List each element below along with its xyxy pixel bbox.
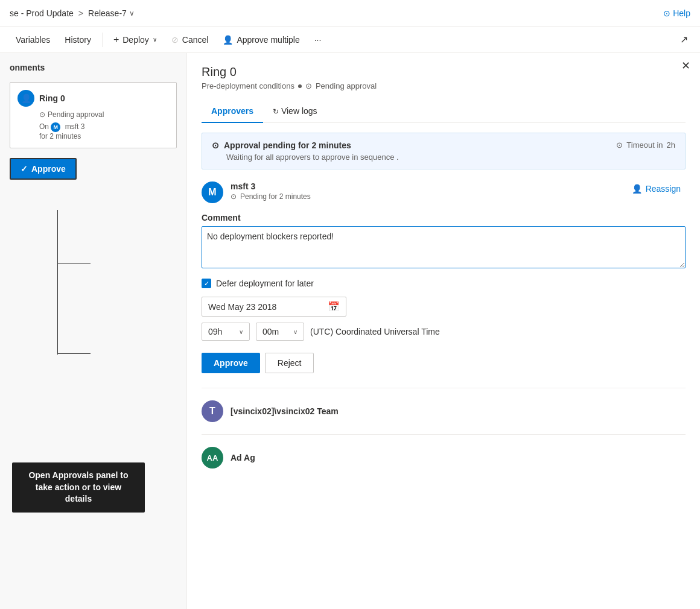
defer-checkbox[interactable]: ✓ bbox=[202, 279, 211, 288]
right-panel: ✕ Ring 0 Pre-deployment conditions ⊙ Pen… bbox=[187, 53, 700, 609]
approve-card-button[interactable]: ✓ Approve bbox=[10, 158, 77, 180]
comment-input[interactable]: No deployment blockers reported! bbox=[202, 226, 686, 268]
date-value: Wed May 23 2018 bbox=[208, 302, 276, 312]
approve-card-label: Approve bbox=[31, 164, 66, 174]
history-button[interactable]: History bbox=[59, 31, 97, 48]
connector-line-h bbox=[57, 263, 91, 263]
tooltip-box: Open Approvals panel to take action or t… bbox=[12, 462, 145, 513]
approver-avatar-aa: AA bbox=[202, 447, 223, 469]
approver2-name: [vsincix02]\vsincix02 Team bbox=[231, 406, 339, 416]
clock-icon: ⊙ bbox=[39, 110, 45, 119]
approve-label: Approve bbox=[214, 358, 248, 368]
msft-badge: M bbox=[51, 122, 60, 132]
timeout-label: Timeout in bbox=[626, 140, 663, 150]
cancel-label: Cancel bbox=[182, 35, 209, 45]
deploy-label: Deploy bbox=[122, 35, 149, 45]
approver-clock-icon: ⊙ bbox=[231, 192, 237, 201]
tab-approvers-label: Approvers bbox=[211, 106, 253, 116]
approve-button[interactable]: Approve bbox=[202, 353, 260, 373]
panel-content: Ring 0 Pre-deployment conditions ⊙ Pendi… bbox=[187, 53, 700, 493]
help-link[interactable]: ⊙ Help bbox=[663, 8, 690, 18]
expand-icon: ↗ bbox=[680, 34, 688, 45]
deploy-chevron-icon: ∨ bbox=[153, 36, 157, 43]
subtitle-dot bbox=[298, 84, 302, 88]
subtitle-pre: Pre-deployment conditions bbox=[202, 81, 294, 90]
deploy-button[interactable]: + Deploy ∨ bbox=[107, 31, 163, 49]
ring-meta-on: On bbox=[39, 122, 49, 131]
tab-view-logs[interactable]: ↻ View logs bbox=[263, 100, 327, 123]
reassign-label: Reassign bbox=[646, 184, 681, 194]
connector-line-h2 bbox=[57, 353, 91, 354]
approver-avatar-m: M bbox=[202, 181, 223, 203]
approver-row-3: AA Ad Ag bbox=[202, 447, 686, 469]
reject-label: Reject bbox=[278, 358, 302, 368]
calendar-icon[interactable]: 📅 bbox=[328, 301, 340, 312]
breadcrumb-sep: > bbox=[78, 8, 83, 18]
reassign-button[interactable]: 👤 Reassign bbox=[627, 181, 686, 196]
approver-avatar-t: T bbox=[202, 400, 223, 422]
avatar: 👤 bbox=[18, 90, 34, 107]
panel-tabs: Approvers ↻ View logs bbox=[202, 100, 686, 123]
toolbar-divider bbox=[102, 33, 103, 47]
top-bar: se - Prod Update > Release-7 ∨ ⊙ Help bbox=[0, 0, 700, 27]
tab-approvers[interactable]: Approvers bbox=[202, 100, 263, 123]
banner-main-text: Approval pending for 2 minutes bbox=[224, 140, 351, 150]
connector-line-v2 bbox=[57, 210, 58, 355]
close-button[interactable]: ✕ bbox=[681, 60, 690, 71]
timezone-text: (UTC) Coordinated Universal Time bbox=[310, 327, 440, 336]
ring-meta-time: for 2 minutes bbox=[39, 132, 81, 140]
tooltip-text: Open Approvals panel to take action or t… bbox=[28, 470, 128, 503]
chevron-down-icon[interactable]: ∨ bbox=[129, 9, 135, 17]
defer-checkbox-row[interactable]: ✓ Defer deployment for later bbox=[202, 279, 686, 288]
approve-multiple-button[interactable]: 👤 Approve multiple bbox=[217, 31, 305, 48]
banner-right: ⊙ Timeout in 2h bbox=[616, 140, 675, 150]
ring-card[interactable]: 👤 Ring 0 ⊙ Pending approval On M msft 3 … bbox=[10, 82, 177, 148]
expand-button[interactable]: ↗ bbox=[678, 31, 690, 48]
help-label: Help bbox=[673, 8, 690, 18]
hour-select[interactable]: 09h ∨ bbox=[202, 323, 250, 341]
approver-info: msft 3 ⊙ Pending for 2 minutes bbox=[231, 181, 620, 201]
reject-button[interactable]: Reject bbox=[265, 353, 314, 373]
action-buttons: Approve Reject bbox=[202, 353, 686, 373]
more-button[interactable]: ··· bbox=[308, 31, 328, 48]
breadcrumb: se - Prod Update > Release-7 ∨ bbox=[10, 8, 135, 18]
release-name: Release-7 bbox=[88, 8, 127, 18]
hour-value: 09h bbox=[208, 327, 237, 336]
person-reassign-icon: 👤 bbox=[632, 184, 642, 194]
approve-multiple-label: Approve multiple bbox=[237, 35, 299, 45]
ring-card-header: 👤 Ring 0 bbox=[18, 90, 169, 107]
ring-meta-user: msft 3 bbox=[65, 122, 85, 131]
person-icon: 👤 bbox=[223, 35, 233, 45]
info-banner: ⊙ Approval pending for 2 minutes Waiting… bbox=[202, 133, 686, 169]
approve-button-container: ✓ Approve bbox=[10, 158, 177, 180]
variables-label: Variables bbox=[16, 35, 50, 45]
date-field[interactable]: Wed May 23 2018 📅 bbox=[202, 297, 346, 317]
help-icon: ⊙ bbox=[663, 8, 670, 18]
timeout-clock-icon: ⊙ bbox=[616, 140, 623, 150]
ring-meta: On M msft 3 for 2 minutes bbox=[39, 122, 169, 140]
tab-view-logs-label: View logs bbox=[281, 106, 317, 116]
approver-status: ⊙ Pending for 2 minutes bbox=[231, 192, 620, 201]
ring-status: ⊙ Pending approval bbox=[39, 110, 169, 119]
breadcrumb-prefix: se - Prod Update bbox=[10, 8, 74, 18]
time-row: 09h ∨ 00m ∨ (UTC) Coordinated Universal … bbox=[202, 323, 686, 341]
plus-icon: + bbox=[113, 34, 119, 45]
approver-status-text: Pending for 2 minutes bbox=[240, 192, 311, 201]
approver-name: msft 3 bbox=[231, 181, 620, 191]
ring-name: Ring 0 bbox=[39, 93, 65, 103]
left-panel: onments 👤 Ring 0 ⊙ Pending approval On M… bbox=[0, 53, 187, 609]
panel-section-title: onments bbox=[10, 63, 177, 72]
cancel-icon: ⊘ bbox=[171, 35, 179, 45]
cancel-button[interactable]: ⊘ Cancel bbox=[165, 31, 215, 48]
banner-left: ⊙ Approval pending for 2 minutes Waiting… bbox=[212, 140, 399, 162]
comment-label: Comment bbox=[202, 213, 686, 222]
checkmark-icon: ✓ bbox=[21, 164, 28, 174]
section-divider-2 bbox=[202, 434, 686, 435]
approver-row-1: M msft 3 ⊙ Pending for 2 minutes 👤 Reass… bbox=[202, 181, 686, 203]
minute-select[interactable]: 00m ∨ bbox=[256, 323, 304, 341]
variables-button[interactable]: Variables bbox=[10, 31, 56, 48]
main-layout: onments 👤 Ring 0 ⊙ Pending approval On M… bbox=[0, 53, 700, 609]
approver-row-2: T [vsincix02]\vsincix02 Team bbox=[202, 400, 686, 422]
defer-label: Defer deployment for later bbox=[216, 279, 314, 288]
banner-main: ⊙ Approval pending for 2 minutes bbox=[212, 140, 399, 150]
